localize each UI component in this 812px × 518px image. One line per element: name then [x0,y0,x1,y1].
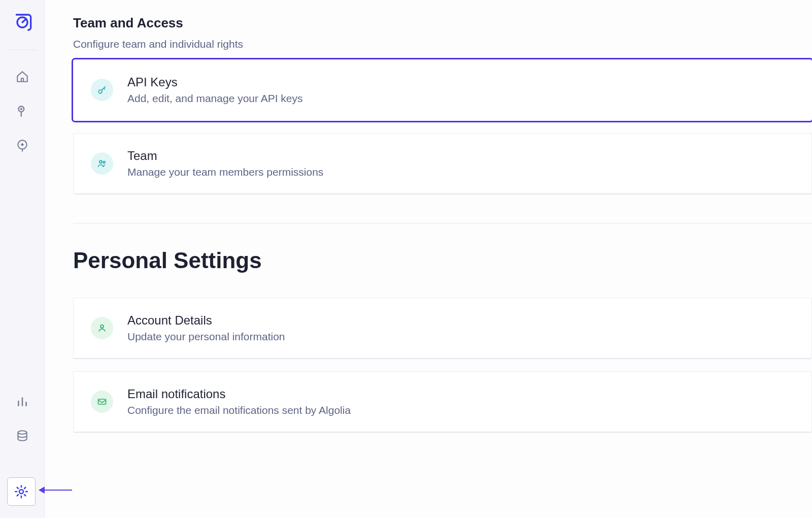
svg-point-4 [18,431,26,434]
api-keys-card[interactable]: API Keys Add, edit, and manage your API … [73,59,812,121]
svg-rect-10 [98,399,106,404]
card-title: API Keys [127,75,303,89]
search-icon[interactable] [11,100,33,122]
algolia-logo-icon[interactable] [12,12,32,35]
team-card[interactable]: Team Manage your team members permission… [73,133,812,195]
sidebar [0,0,45,518]
recommend-icon[interactable] [11,135,33,157]
settings-icon[interactable] [7,477,36,506]
analytics-icon[interactable] [11,390,33,412]
svg-point-8 [103,161,105,164]
team-section-title: Team and Access [73,15,812,31]
sidebar-divider [8,50,37,50]
card-title: Account Details [127,313,285,328]
callout-arrow-icon [39,487,72,494]
svg-point-2 [20,108,22,110]
svg-point-5 [19,490,23,494]
card-desc: Configure the email notifications sent b… [127,404,351,416]
svg-point-9 [100,325,104,328]
home-icon[interactable] [11,66,33,88]
account-details-card[interactable]: Account Details Update your personal inf… [73,298,812,359]
person-icon [91,317,113,339]
card-desc: Manage your team members permissions [127,166,323,178]
card-title: Team [127,149,323,163]
card-title: Email notifications [127,387,351,401]
team-icon [91,152,113,175]
section-divider [73,223,812,223]
team-section-subtitle: Configure team and individual rights [73,38,812,50]
card-desc: Update your personal information [127,331,285,343]
svg-point-6 [98,90,102,93]
data-sources-icon[interactable] [11,425,33,447]
personal-section-title: Personal Settings [73,248,812,273]
card-desc: Add, edit, and manage your API keys [127,92,303,105]
main-content: Team and Access Configure team and indiv… [45,0,812,518]
key-icon [91,79,113,101]
svg-point-7 [99,160,102,163]
email-notifications-card[interactable]: Email notifications Configure the email … [73,371,812,433]
mail-icon [91,391,113,413]
